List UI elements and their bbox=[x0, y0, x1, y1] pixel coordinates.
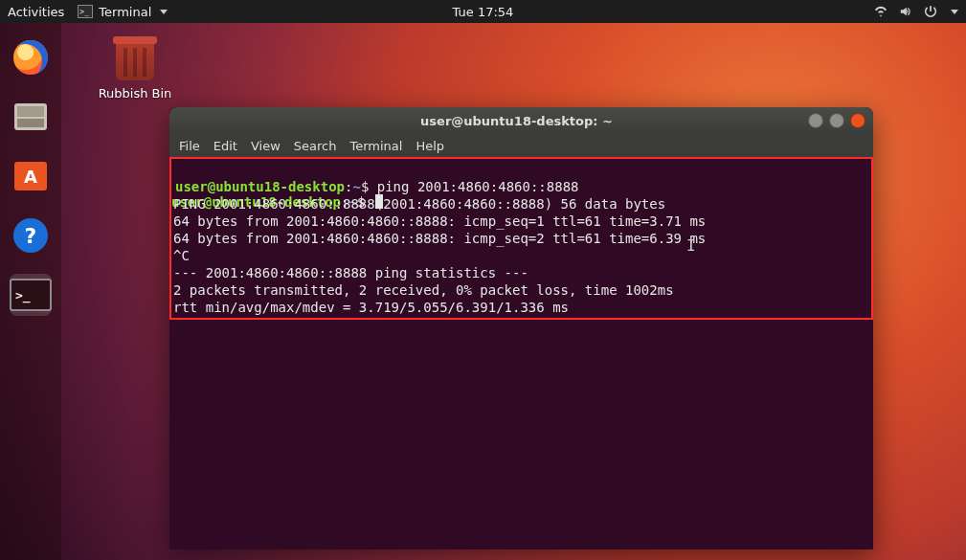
volume-icon[interactable] bbox=[898, 4, 913, 19]
prompt-user-host: user@ubuntu18-desktop bbox=[175, 179, 345, 194]
software-center-icon bbox=[14, 162, 47, 190]
terminal-icon bbox=[10, 279, 52, 311]
output-line: PING 2001:4860:4860::8888(2001:4860:4860… bbox=[173, 196, 665, 212]
output-line: ^C bbox=[173, 248, 190, 263]
activities-button[interactable]: Activities bbox=[8, 5, 64, 19]
trash-icon bbox=[116, 42, 154, 80]
menu-search[interactable]: Search bbox=[294, 139, 337, 153]
terminal-icon bbox=[78, 5, 93, 18]
desktop-background: Activities Terminal Tue 17:54 ? bbox=[0, 0, 966, 560]
dock-software[interactable] bbox=[10, 155, 52, 197]
power-icon[interactable] bbox=[923, 4, 938, 19]
window-maximize-button[interactable] bbox=[829, 113, 844, 128]
top-bar: Activities Terminal Tue 17:54 bbox=[0, 0, 966, 23]
prompt-path: ~ bbox=[352, 179, 360, 194]
desktop-trash-label: Rubbish Bin bbox=[92, 86, 178, 101]
terminal-window[interactable]: user@ubuntu18-desktop: ~ File Edit View … bbox=[169, 107, 873, 549]
dock-firefox[interactable] bbox=[10, 36, 52, 78]
chevron-down-icon bbox=[160, 10, 168, 14]
window-close-button[interactable] bbox=[850, 113, 865, 128]
menu-help[interactable]: Help bbox=[416, 139, 444, 153]
window-minimize-button[interactable] bbox=[808, 113, 823, 128]
terminal-body[interactable]: user@ubuntu18-desktop:~$ ping 2001:4860:… bbox=[169, 157, 873, 549]
dock-terminal[interactable] bbox=[10, 274, 52, 316]
clock[interactable]: Tue 17:54 bbox=[453, 5, 514, 19]
help-icon: ? bbox=[13, 218, 48, 253]
app-menu[interactable]: Terminal bbox=[78, 5, 168, 19]
output-line: --- 2001:4860:4860::8888 ping statistics… bbox=[173, 265, 528, 280]
menu-file[interactable]: File bbox=[179, 139, 200, 153]
window-titlebar[interactable]: user@ubuntu18-desktop: ~ bbox=[169, 107, 873, 134]
text-caret-icon: I bbox=[686, 237, 696, 255]
menu-terminal[interactable]: Terminal bbox=[349, 139, 402, 153]
highlight-box: user@ubuntu18-desktop:~$ ping 2001:4860:… bbox=[169, 157, 873, 320]
dock-help[interactable]: ? bbox=[10, 214, 52, 257]
launcher-dock: ? bbox=[0, 23, 61, 560]
window-title: user@ubuntu18-desktop: ~ bbox=[225, 114, 808, 128]
app-menu-label: Terminal bbox=[99, 5, 151, 19]
command-text: ping 2001:4860:4860::8888 bbox=[377, 179, 579, 194]
system-menu-chevron-icon[interactable] bbox=[951, 10, 958, 14]
dock-files[interactable] bbox=[10, 96, 52, 138]
desktop-trash[interactable]: Rubbish Bin bbox=[92, 42, 178, 101]
menu-edit[interactable]: Edit bbox=[213, 139, 237, 153]
terminal-menubar: File Edit View Search Terminal Help bbox=[169, 134, 873, 157]
files-icon bbox=[14, 103, 47, 130]
network-icon[interactable] bbox=[873, 4, 888, 19]
output-line: rtt min/avg/max/mdev = 3.719/5.055/6.391… bbox=[173, 300, 569, 315]
output-line: 64 bytes from 2001:4860:4860::8888: icmp… bbox=[173, 213, 706, 229]
menu-view[interactable]: View bbox=[251, 139, 281, 153]
output-line: 64 bytes from 2001:4860:4860::8888: icmp… bbox=[173, 231, 706, 246]
output-line: 2 packets transmitted, 2 received, 0% pa… bbox=[173, 282, 674, 298]
firefox-icon bbox=[13, 40, 48, 75]
